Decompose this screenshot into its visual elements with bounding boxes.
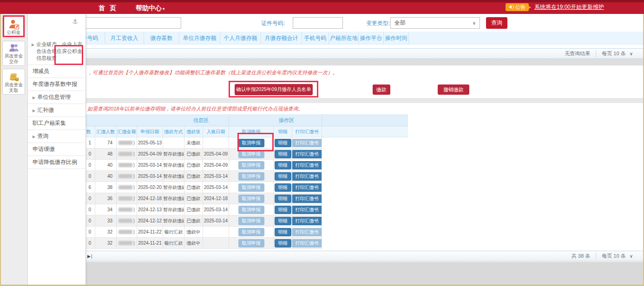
change-type-select[interactable]: 全部 ∨ — [390, 17, 480, 29]
cancel-declare-button: 取消申报 — [238, 228, 264, 236]
print-remit-button[interactable]: 打印汇缴书 — [292, 150, 322, 158]
announcement-badge: ) 公告 — [506, 3, 529, 11]
declare-date-cell: 2024-11-21 — [137, 238, 163, 248]
menu-item-add-remove-employee[interactable]: 增减员 — [28, 65, 85, 78]
page-size-select[interactable]: 每页 10 条 ∨ — [596, 253, 637, 260]
menu-item-unit-info-mgmt[interactable]: ▶单位信息管理 — [28, 91, 85, 104]
sidebar-item-fanggai-deposit[interactable]: 房改资金交存 — [2, 41, 25, 66]
window-edge-left — [0, 14, 1, 286]
menu-item-label: 单位信息管理 — [37, 93, 71, 101]
section-divider — [28, 98, 643, 103]
anchor-pin-icon[interactable]: ⚓ — [72, 18, 78, 25]
action-cell: 明细 — [274, 160, 292, 170]
action-cell: 明细 — [274, 238, 292, 248]
revoke-pay-button[interactable]: 撤销缴款 — [438, 84, 469, 95]
action-cell: 打印汇缴书 — [292, 204, 322, 215]
cancel-declare-button: 取消申报 — [238, 195, 264, 203]
announcement-link[interactable]: 系统将在19:00开始更新维护 — [534, 3, 604, 11]
confirm-declare-button[interactable]: 确认申报2025年09月缴存人员名单 — [235, 84, 313, 95]
print-remit-button[interactable]: 打印汇缴书 — [292, 183, 322, 192]
table1-column-header: 月工资收入 — [105, 32, 144, 45]
redacted-amount — [118, 141, 132, 145]
detail-button[interactable]: 明细 — [275, 195, 291, 203]
remit-amount-cell: ) — [117, 238, 137, 248]
detail-button[interactable]: 明细 — [275, 239, 291, 247]
detail-button[interactable]: 明细 — [275, 183, 291, 192]
menu-item-query[interactable]: ▶查询 — [28, 130, 85, 143]
menu-item-annual-base-declare[interactable]: 年度缴存基数申报 — [28, 78, 85, 91]
action-cell: 明细 — [274, 171, 292, 182]
table1-column-header: 户籍所在地 — [329, 32, 359, 45]
print-remit-button[interactable]: 打印汇缴书 — [292, 161, 322, 169]
name-filter-input[interactable] — [77, 17, 181, 29]
remit-table-group-header: 信息区 操作区 — [70, 114, 408, 126]
topbar: 首 页 帮助中心▾ ) 公告 系统将在19:00开始更新维护 — [0, 0, 644, 14]
detail-button[interactable]: 明细 — [275, 228, 291, 236]
action-cell: 打印汇缴书 — [292, 149, 322, 159]
pay-status-cell: 已缴款 — [184, 160, 203, 170]
detail-button[interactable]: 明细 — [275, 139, 291, 147]
remit-table-pagination: ▶| 共 38 条 每页 10 条 ∨ — [28, 251, 643, 261]
menu-item-apply-deferral[interactable]: 申请缓缴 — [28, 143, 85, 156]
declare-date-cell: 2025-04-09 — [137, 149, 163, 159]
detail-button[interactable]: 明细 — [275, 217, 291, 225]
nav-help-center[interactable]: 帮助中心▾ — [136, 2, 165, 14]
declare-date-cell: 2025-03-14 — [137, 171, 163, 182]
remit-amount-cell: ) — [117, 182, 137, 193]
detail-button[interactable]: 明细 — [275, 172, 291, 181]
pay-method-cell: 暂存款缴款 — [163, 193, 184, 204]
detail-button[interactable]: 明细 — [275, 161, 291, 169]
scroll-right-end-icon[interactable]: ▶| — [87, 254, 92, 259]
sidebar-item-gongjijin[interactable]: 公积金 — [2, 16, 25, 38]
total-count-text: 共 38 条 — [566, 253, 596, 260]
cancel-declare-button: 取消申报 — [238, 150, 264, 158]
declare-date-cell: 2025-02-20 — [137, 182, 163, 193]
menu-item-label: 增减员 — [33, 67, 49, 75]
operation-group-cell: 操作区 — [229, 114, 322, 126]
search-button[interactable]: 查询 — [486, 17, 507, 29]
arrow-right-icon: ▶ — [33, 135, 35, 139]
remit-amount-cell: ) — [117, 149, 137, 159]
detail-button[interactable]: 明细 — [275, 150, 291, 158]
print-remit-button[interactable]: 打印汇缴书 — [292, 206, 322, 214]
sidebar-item-fanggai-withdraw[interactable]: ? 房改资金支取 — [2, 69, 25, 95]
page: 首 页 帮助中心▾ ) 公告 系统将在19:00开始更新维护 公积金 — [0, 0, 644, 286]
table-row: 036)2024-12-18暂存款缴款已缴款2024-12-18取消申报明细打印… — [70, 193, 322, 204]
page-size-select[interactable]: 每页 10 条 ∨ — [596, 50, 637, 57]
id-number-input[interactable] — [293, 17, 343, 29]
entry-date-cell — [203, 238, 229, 248]
action-cell: 取消申报 — [229, 227, 274, 237]
table1-column-header: 月缴存额合计 — [261, 32, 302, 45]
print-remit-button[interactable]: 打印汇缴书 — [292, 195, 322, 203]
pay-button[interactable]: 缴款 — [373, 84, 390, 95]
menu-list: ▶企业破产、企业上市合法合规住房公积金信息核查增减员年度缴存基数申报▶单位信息管… — [28, 38, 85, 169]
redacted-amount — [118, 208, 132, 212]
redacted-amount — [118, 152, 132, 156]
cancel-declare-button: 取消申报 — [238, 239, 264, 247]
action-cell: 明细 — [274, 149, 292, 159]
remit-amount-cell: ) — [117, 171, 137, 182]
nav-home[interactable]: 首 页 — [99, 2, 118, 14]
action-cell: 明细 — [274, 204, 292, 215]
remit-people-cell: 36 — [95, 193, 117, 204]
table1-column-header: 手机号码 — [302, 32, 329, 45]
menu-item-label: 申请降低缴存比例 — [33, 158, 77, 166]
print-remit-button[interactable]: 打印汇缴书 — [292, 172, 322, 181]
redacted-amount — [118, 185, 132, 189]
announcement-badge-label: 公告 — [515, 4, 526, 11]
menu-item-apply-lower-ratio[interactable]: 申请降低缴存比例 — [28, 156, 85, 169]
menu-item-bankruptcy-check[interactable]: ▶企业破产、企业上市合法合规住房公积金信息核查 — [28, 38, 85, 65]
redacted-amount — [118, 163, 132, 167]
cancel-declare-button[interactable]: 取消申报 — [238, 139, 264, 147]
menu-item-employee-household-collect[interactable]: 职工户籍采集 — [28, 117, 85, 130]
redacted-amount — [118, 241, 132, 245]
base-adjust-notice: ，可通过首页的【个人缴存基数修改】功能调整职工缴存基数（线上渠道住房公积金年度内… — [28, 65, 643, 79]
pay-method-cell: 暂存款缴款 — [163, 204, 184, 215]
cancel-declare-button: 取消申报 — [238, 183, 264, 192]
pay-status-cell: 已缴款 — [184, 204, 203, 215]
print-remit-button[interactable]: 打印汇缴书 — [292, 217, 322, 225]
detail-button[interactable]: 明细 — [275, 206, 291, 214]
pay-method-cell: 银行汇款 — [163, 227, 184, 237]
pay-status-cell: 缴款中 — [184, 238, 203, 248]
menu-item-remit-supplement[interactable]: ▶汇补缴 — [28, 104, 85, 117]
